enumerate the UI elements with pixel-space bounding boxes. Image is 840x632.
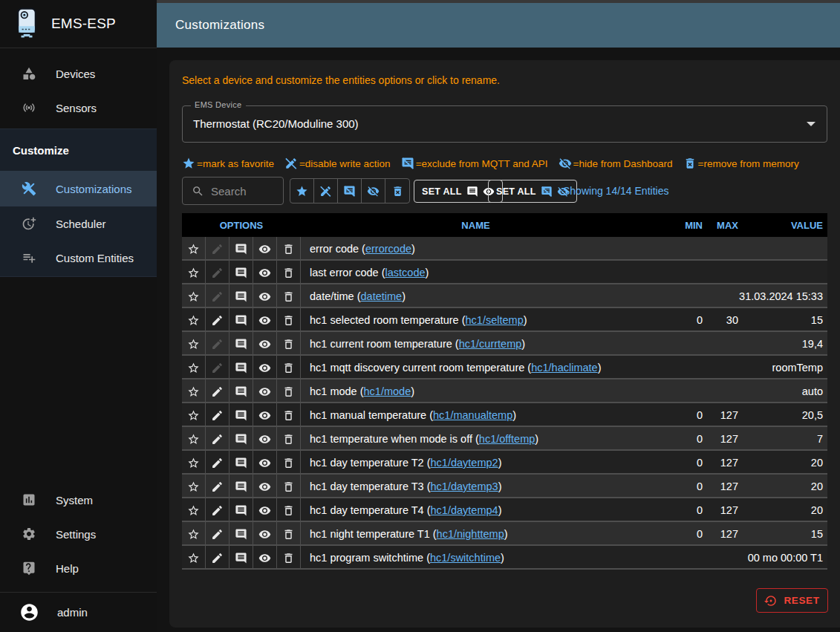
mqtt-exclude-toggle[interactable] bbox=[229, 332, 253, 356]
entity-name[interactable]: hc1 mqtt discovery current room temperat… bbox=[301, 362, 651, 374]
visibility-toggle[interactable] bbox=[253, 475, 277, 498]
favorite-toggle[interactable] bbox=[182, 546, 206, 570]
edit-toggle[interactable] bbox=[206, 427, 229, 451]
visibility-toggle[interactable] bbox=[253, 498, 277, 522]
visibility-toggle[interactable] bbox=[253, 332, 277, 356]
delete-toggle[interactable] bbox=[277, 403, 301, 427]
filter-exclude-mqtt-button[interactable] bbox=[338, 179, 362, 203]
entity-name[interactable]: hc1 day temperature T2 (hc1/daytemp2) bbox=[301, 457, 651, 469]
mqtt-exclude-toggle[interactable] bbox=[229, 308, 253, 332]
search-input[interactable] bbox=[211, 185, 278, 198]
delete-toggle[interactable] bbox=[277, 356, 301, 379]
entity-name[interactable]: hc1 night temperature T1 (hc1/nighttemp) bbox=[301, 528, 651, 540]
visibility-toggle[interactable] bbox=[253, 379, 277, 403]
mqtt-exclude-toggle[interactable] bbox=[229, 356, 253, 379]
entity-shortname-link[interactable]: lastcode bbox=[385, 267, 426, 278]
entity-shortname-link[interactable]: hc1/daytemp4 bbox=[431, 504, 498, 516]
filter-favorite-button[interactable] bbox=[290, 179, 314, 203]
entity-name[interactable]: hc1 day temperature T4 (hc1/daytemp4) bbox=[301, 504, 651, 516]
edit-toggle[interactable] bbox=[206, 332, 229, 356]
sidebar-user-admin[interactable]: admin bbox=[0, 593, 157, 632]
entity-shortname-link[interactable]: hc1/haclimate bbox=[531, 362, 597, 374]
entity-name[interactable]: last error code (lastcode) bbox=[301, 267, 651, 278]
entity-shortname-link[interactable]: hc1/switchtime bbox=[430, 552, 501, 564]
favorite-toggle[interactable] bbox=[182, 261, 206, 284]
mqtt-exclude-toggle[interactable] bbox=[229, 237, 253, 261]
edit-toggle[interactable] bbox=[206, 403, 229, 427]
visibility-toggle[interactable] bbox=[253, 261, 277, 284]
mqtt-exclude-toggle[interactable] bbox=[229, 261, 253, 284]
entity-name[interactable]: error code (errorcode) bbox=[301, 243, 651, 255]
delete-toggle[interactable] bbox=[277, 284, 301, 308]
delete-toggle[interactable] bbox=[277, 475, 301, 498]
visibility-toggle[interactable] bbox=[253, 427, 277, 451]
edit-toggle[interactable] bbox=[206, 498, 229, 522]
entity-shortname-link[interactable]: hc1/manualtemp bbox=[433, 409, 512, 421]
delete-toggle[interactable] bbox=[277, 237, 301, 261]
sidebar-item-custom-entities[interactable]: Custom Entities bbox=[0, 241, 157, 275]
sidebar-item-customizations[interactable]: Customizations bbox=[0, 171, 157, 206]
visibility-toggle[interactable] bbox=[253, 356, 277, 379]
mqtt-exclude-toggle[interactable] bbox=[229, 379, 253, 403]
entity-name[interactable]: hc1 manual temperature (hc1/manualtemp) bbox=[301, 409, 651, 421]
delete-toggle[interactable] bbox=[277, 261, 301, 284]
favorite-toggle[interactable] bbox=[182, 308, 206, 332]
filter-hide-dashboard-button[interactable] bbox=[362, 179, 385, 203]
sidebar-item-settings[interactable]: Settings bbox=[0, 517, 157, 551]
delete-toggle[interactable] bbox=[277, 451, 301, 475]
delete-toggle[interactable] bbox=[277, 522, 301, 546]
edit-toggle[interactable] bbox=[206, 546, 229, 570]
edit-toggle[interactable] bbox=[206, 261, 229, 284]
delete-toggle[interactable] bbox=[277, 427, 301, 451]
delete-toggle[interactable] bbox=[277, 379, 301, 403]
filter-remove-memory-button[interactable] bbox=[385, 179, 409, 203]
favorite-toggle[interactable] bbox=[182, 379, 206, 403]
edit-toggle[interactable] bbox=[206, 451, 229, 475]
entity-shortname-link[interactable]: datetime bbox=[361, 290, 403, 302]
visibility-toggle[interactable] bbox=[253, 237, 277, 261]
entity-name[interactable]: hc1 day temperature T3 (hc1/daytemp3) bbox=[301, 480, 651, 492]
entity-name[interactable]: hc1 mode (hc1/mode) bbox=[301, 385, 651, 397]
entity-name[interactable]: date/time (datetime) bbox=[301, 290, 651, 302]
favorite-toggle[interactable] bbox=[182, 356, 206, 379]
mqtt-exclude-toggle[interactable] bbox=[229, 403, 253, 427]
sidebar-item-scheduler[interactable]: Scheduler bbox=[0, 206, 157, 241]
reset-button[interactable]: RESET bbox=[756, 588, 828, 613]
visibility-toggle[interactable] bbox=[253, 403, 277, 427]
edit-toggle[interactable] bbox=[206, 356, 229, 379]
ems-device-select[interactable]: EMS Device Thermostat (RC20/Moduline 300… bbox=[182, 105, 827, 143]
mqtt-exclude-toggle[interactable] bbox=[229, 522, 253, 546]
delete-toggle[interactable] bbox=[277, 546, 301, 570]
favorite-toggle[interactable] bbox=[182, 451, 206, 475]
visibility-toggle[interactable] bbox=[253, 284, 277, 308]
entity-shortname-link[interactable]: hc1/mode bbox=[364, 385, 411, 397]
sidebar-item-devices[interactable]: Devices bbox=[0, 56, 157, 91]
edit-toggle[interactable] bbox=[206, 522, 229, 546]
entity-shortname-link[interactable]: errorcode bbox=[365, 243, 411, 255]
entity-shortname-link[interactable]: hc1/daytemp2 bbox=[431, 457, 498, 469]
entity-shortname-link[interactable]: hc1/daytemp3 bbox=[431, 480, 498, 492]
delete-toggle[interactable] bbox=[277, 498, 301, 522]
mqtt-exclude-toggle[interactable] bbox=[229, 451, 253, 475]
visibility-toggle[interactable] bbox=[253, 308, 277, 332]
favorite-toggle[interactable] bbox=[182, 498, 206, 522]
entity-shortname-link[interactable]: hc1/seltemp bbox=[466, 314, 524, 326]
entity-name[interactable]: hc1 temperature when mode is off (hc1/of… bbox=[301, 433, 651, 445]
entity-shortname-link[interactable]: hc1/currtemp bbox=[459, 338, 522, 350]
entity-name[interactable]: hc1 current room temperature (hc1/currte… bbox=[301, 338, 651, 350]
entity-shortname-link[interactable]: hc1/nighttemp bbox=[437, 528, 504, 540]
favorite-toggle[interactable] bbox=[182, 284, 206, 308]
favorite-toggle[interactable] bbox=[182, 522, 206, 546]
edit-toggle[interactable] bbox=[206, 379, 229, 403]
favorite-toggle[interactable] bbox=[182, 332, 206, 356]
entity-shortname-link[interactable]: hc1/offtemp bbox=[479, 433, 535, 445]
visibility-toggle[interactable] bbox=[253, 451, 277, 475]
visibility-toggle[interactable] bbox=[253, 522, 277, 546]
sidebar-item-system[interactable]: System bbox=[0, 483, 157, 517]
mqtt-exclude-toggle[interactable] bbox=[229, 546, 253, 570]
sidebar-item-help[interactable]: Help bbox=[0, 551, 157, 585]
edit-toggle[interactable] bbox=[206, 475, 229, 498]
favorite-toggle[interactable] bbox=[182, 427, 206, 451]
favorite-toggle[interactable] bbox=[182, 237, 206, 261]
edit-toggle[interactable] bbox=[206, 237, 229, 261]
